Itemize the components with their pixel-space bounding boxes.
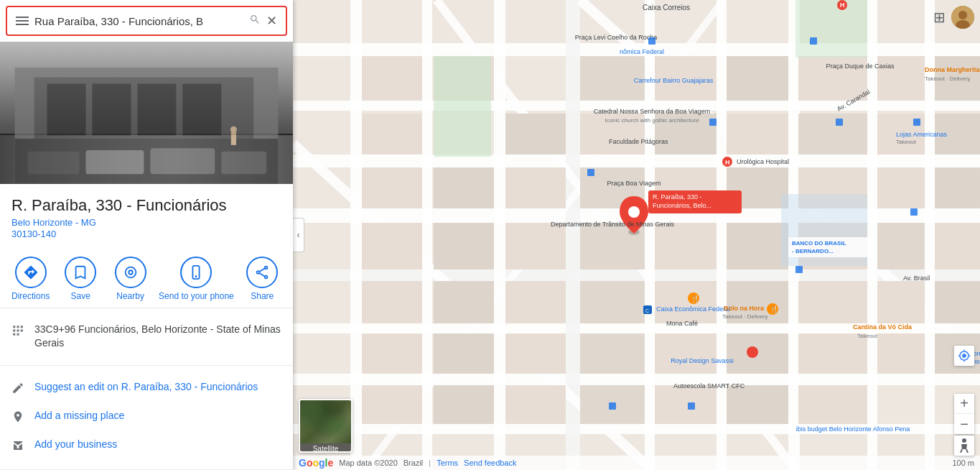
svg-text:Praça Levi Coelho da Rocha: Praça Levi Coelho da Rocha bbox=[575, 34, 658, 41]
svg-rect-54 bbox=[362, 56, 422, 101]
svg-rect-136 bbox=[747, 346, 758, 358]
search-input[interactable] bbox=[34, 15, 243, 27]
zoom-controls: + − bbox=[954, 394, 974, 434]
map-svg: R. Paraíba, 330 - Funcionários, Belo... … bbox=[293, 0, 980, 470]
nearby-button[interactable]: Nearby bbox=[109, 257, 152, 301]
terms-link[interactable]: Terms bbox=[437, 459, 458, 467]
svg-rect-174 bbox=[709, 119, 717, 126]
svg-rect-101 bbox=[655, 333, 717, 374]
svg-rect-108 bbox=[505, 385, 566, 424]
svg-text:Iconic church with gothic arch: Iconic church with gothic architecture bbox=[605, 117, 699, 124]
svg-rect-179 bbox=[795, 266, 803, 273]
svg-rect-172 bbox=[648, 37, 655, 45]
svg-rect-5 bbox=[182, 83, 221, 135]
map-area[interactable]: ‹ bbox=[293, 0, 980, 470]
svg-text:Urológica Hospital: Urológica Hospital bbox=[737, 158, 789, 165]
svg-rect-89 bbox=[434, 281, 494, 323]
svg-point-19 bbox=[265, 276, 268, 279]
apps-grid-icon[interactable]: ⊞ bbox=[933, 9, 946, 26]
svg-rect-4 bbox=[137, 83, 176, 135]
scale-label: 100 m bbox=[952, 459, 974, 467]
svg-text:Funcionários, Belo...: Funcionários, Belo... bbox=[653, 202, 711, 209]
svg-rect-83 bbox=[655, 223, 717, 269]
suggest-edit-row[interactable]: Suggest an edit on R. Paraíba, 330 - Fun… bbox=[11, 374, 281, 403]
collapse-chevron-icon: ‹ bbox=[297, 230, 300, 240]
share-label: Share bbox=[251, 291, 274, 301]
save-icon bbox=[65, 257, 96, 288]
plus-code-text: 33C9+96 Funcionários, Belo Horizonte - S… bbox=[34, 323, 281, 351]
svg-point-185 bbox=[962, 438, 966, 443]
map-footer: Google Map data ©2020 Brazil | Terms Sen… bbox=[293, 456, 980, 470]
zoom-out-button[interactable]: − bbox=[954, 414, 974, 434]
svg-text:Praça Boa Viagem: Praça Boa Viagem bbox=[607, 180, 661, 187]
directions-button[interactable]: Directions bbox=[9, 257, 52, 301]
svg-text:nômica Federal: nômica Federal bbox=[620, 48, 664, 55]
svg-rect-71 bbox=[434, 167, 494, 208]
svg-rect-111 bbox=[727, 385, 788, 424]
add-missing-place-row[interactable]: Add a missing place bbox=[11, 403, 281, 432]
svg-rect-104 bbox=[877, 333, 925, 374]
send-feedback-link[interactable]: Send feedback bbox=[464, 459, 516, 467]
suggest-edit-text[interactable]: Suggest an edit on R. Paraíba, 330 - Fun… bbox=[34, 380, 258, 395]
suggest-edit-section: Suggest an edit on R. Paraíba, 330 - Fun… bbox=[0, 366, 293, 470]
svg-rect-98 bbox=[434, 333, 494, 374]
map-data-credit: Map data ©2020 bbox=[339, 459, 398, 467]
svg-rect-95 bbox=[877, 281, 925, 323]
svg-rect-28 bbox=[13, 333, 15, 336]
place-name: R. Paraíba, 330 - Funcionários bbox=[11, 195, 281, 216]
nearby-icon bbox=[115, 257, 146, 288]
svg-rect-42 bbox=[422, 0, 432, 470]
svg-text:Mona Café: Mona Café bbox=[666, 320, 698, 327]
send-to-phone-button[interactable]: Send to your phone bbox=[159, 257, 234, 301]
add-business-row[interactable]: Add your business bbox=[11, 432, 281, 461]
user-avatar[interactable] bbox=[951, 6, 974, 29]
close-icon[interactable]: ✕ bbox=[266, 13, 277, 29]
svg-rect-92 bbox=[655, 281, 717, 323]
svg-text:- BERNARDO...: - BERNARDO... bbox=[792, 248, 834, 254]
svg-rect-7 bbox=[28, 152, 80, 174]
svg-rect-175 bbox=[836, 119, 843, 126]
svg-point-117 bbox=[628, 206, 640, 218]
svg-rect-67 bbox=[798, 114, 867, 155]
svg-rect-27 bbox=[21, 329, 23, 331]
collapse-panel-button[interactable]: ‹ bbox=[293, 218, 304, 252]
svg-text:C: C bbox=[645, 308, 649, 313]
svg-point-183 bbox=[958, 11, 967, 19]
satellite-label: Satellite bbox=[300, 443, 351, 453]
svg-rect-91 bbox=[580, 281, 645, 323]
add-place-icon bbox=[11, 410, 26, 426]
my-location-button[interactable] bbox=[954, 346, 974, 366]
svg-rect-2 bbox=[47, 83, 86, 135]
svg-text:Faculdade Pitágoras: Faculdade Pitágoras bbox=[609, 138, 668, 145]
svg-rect-87 bbox=[935, 223, 980, 269]
hamburger-menu-icon[interactable] bbox=[16, 17, 29, 25]
svg-rect-30 bbox=[17, 446, 19, 448]
zoom-in-button[interactable]: + bbox=[954, 394, 974, 414]
svg-point-14 bbox=[125, 267, 136, 278]
save-button[interactable]: Save bbox=[59, 257, 102, 301]
svg-rect-181 bbox=[609, 402, 616, 410]
svg-rect-99 bbox=[505, 333, 566, 374]
svg-point-13 bbox=[129, 271, 133, 275]
nearby-label: Nearby bbox=[116, 291, 144, 301]
top-right-controls: ⊞ bbox=[933, 6, 974, 29]
svg-rect-97 bbox=[362, 333, 422, 374]
directions-icon bbox=[15, 257, 47, 288]
share-button[interactable]: Share bbox=[241, 257, 284, 301]
send-to-phone-label: Send to your phone bbox=[159, 291, 234, 301]
satellite-view-thumbnail[interactable]: Satellite bbox=[299, 399, 353, 453]
map-footer-sep: | bbox=[429, 459, 431, 467]
google-logo: Google bbox=[299, 457, 333, 469]
svg-line-21 bbox=[260, 273, 265, 277]
add-business-text[interactable]: Add your business bbox=[34, 438, 117, 452]
svg-text:Av. Brasil: Av. Brasil bbox=[903, 275, 930, 282]
search-bar: ✕ bbox=[6, 6, 287, 36]
add-missing-place-text[interactable]: Add a missing place bbox=[34, 409, 124, 423]
svg-line-20 bbox=[260, 269, 265, 272]
pegman-button[interactable] bbox=[954, 436, 974, 456]
svg-rect-177 bbox=[587, 169, 594, 176]
search-icon[interactable] bbox=[249, 14, 261, 28]
left-panel: ✕ R. Paraíba, 330 - Funcionários Be bbox=[0, 0, 293, 470]
share-icon bbox=[246, 257, 278, 288]
svg-rect-106 bbox=[362, 385, 422, 424]
